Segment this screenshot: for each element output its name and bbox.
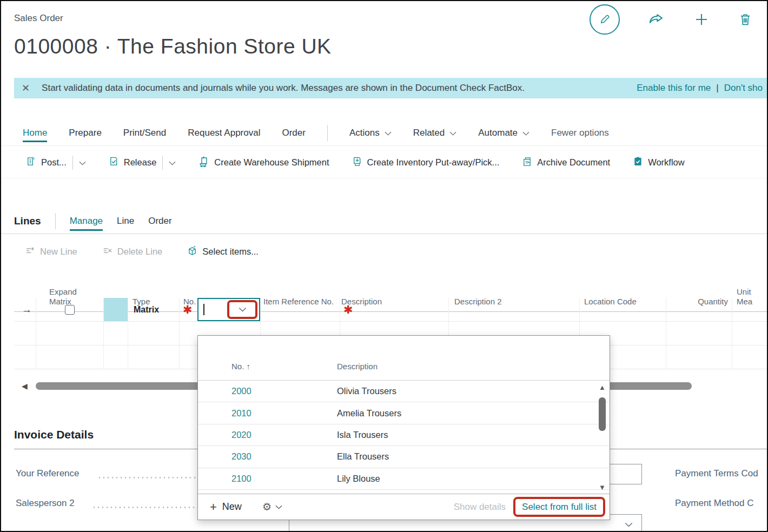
post-document-icon	[26, 156, 36, 169]
workflow-button[interactable]: Workflow	[633, 156, 685, 169]
delete-line-icon	[102, 246, 112, 257]
tabs-divider	[327, 125, 328, 141]
chevron-down-icon	[385, 131, 392, 136]
delete-line-button: Delete Line	[102, 246, 162, 257]
workflow-clipboard-icon	[633, 156, 643, 169]
your-reference-label: Your Reference	[16, 468, 80, 479]
item-lookup-dropdown: No. ↑ Description 2000Olivia Trousers 20…	[197, 335, 610, 520]
banner-close-icon[interactable]: ✕	[22, 82, 30, 94]
dropdown-new-button[interactable]: + New	[210, 500, 242, 514]
banner-enable-link[interactable]: Enable this for me	[637, 83, 711, 94]
menu-actions[interactable]: Actions	[349, 128, 392, 138]
select-from-full-list-highlight: Select from full list	[513, 497, 605, 517]
list-item[interactable]: 2010Amelia Trousers	[198, 402, 610, 424]
dropdown-col-description[interactable]: Description	[337, 362, 378, 371]
unit-cell[interactable]	[732, 298, 768, 322]
tab-request-approval[interactable]: Request Approval	[188, 128, 260, 138]
archive-document-button[interactable]: Archive Document	[522, 156, 610, 169]
new-line-button: New Line	[25, 246, 77, 257]
payment-method-code-label: Payment Method C	[675, 498, 754, 509]
menu-related[interactable]: Related	[413, 128, 457, 138]
notification-banner: ✕ Start validating data in documents and…	[14, 78, 768, 98]
line-actions-bar: New Line Delete Line Select items...	[1, 239, 768, 264]
list-item[interactable]: 2030Ella Trousers	[198, 446, 610, 468]
expand-matrix-cell	[36, 298, 104, 322]
list-item[interactable]: 2110Mia Bl	[198, 490, 610, 494]
payment-terms-code-label: Payment Terms Cod	[675, 468, 758, 479]
scroll-down-icon[interactable]: ▼	[599, 483, 606, 491]
description-cell[interactable]: ✱	[340, 298, 449, 322]
list-item[interactable]: 2000Olivia Trousers	[198, 381, 610, 402]
plus-icon: +	[210, 500, 217, 514]
no-field-input[interactable]	[197, 298, 260, 321]
lines-tab-manage[interactable]: Manage	[70, 216, 103, 231]
record-type-label: Sales Order	[14, 13, 63, 24]
dropdown-settings-button[interactable]: ⚙	[262, 501, 282, 513]
required-asterisk-icon: ✱	[343, 304, 353, 315]
row-marker-cell: →	[14, 298, 36, 322]
delete-trash-icon[interactable]	[738, 12, 753, 27]
select-items-button[interactable]: Select items...	[187, 245, 259, 258]
header-actions	[590, 4, 753, 35]
chevron-down-icon	[449, 131, 456, 136]
page-title: 0100008 · The Fashion Store UK	[14, 35, 332, 58]
no-field-dropdown-highlight	[227, 300, 257, 319]
warehouse-shipment-icon	[198, 156, 209, 169]
dropdown-footer: + New ⚙ Show details Select from full li…	[198, 494, 610, 520]
current-row-arrow-icon: →	[17, 304, 32, 316]
lines-tab-order[interactable]: Order	[148, 216, 171, 227]
lines-section-header: Lines Manage Line Order	[1, 209, 768, 233]
text-cursor	[203, 304, 204, 315]
create-warehouse-shipment-button[interactable]: Create Warehouse Shipment	[198, 156, 329, 169]
vertical-scrollbar-thumb[interactable]	[599, 397, 606, 431]
share-icon[interactable]	[648, 11, 665, 28]
tab-home[interactable]: Home	[23, 128, 47, 142]
command-bar: Post... Release Create Warehouse Shipmen…	[1, 147, 768, 178]
lines-tab-line[interactable]: Line	[117, 216, 134, 227]
list-item[interactable]: 2020Isla Trousers	[198, 424, 610, 446]
tab-print-send[interactable]: Print/Send	[123, 128, 166, 138]
chevron-down-icon[interactable]	[239, 307, 247, 312]
chevron-down-icon[interactable]	[79, 161, 86, 165]
banner-dismiss-link[interactable]: Don't sho	[724, 83, 763, 94]
chevron-down-icon[interactable]	[169, 161, 176, 165]
lines-title: Lines	[14, 215, 41, 227]
new-plus-icon[interactable]	[693, 11, 710, 28]
scroll-left-icon[interactable]: ◀	[22, 382, 28, 390]
salesperson-2-label: Salesperson 2	[16, 498, 75, 509]
chevron-down-icon	[275, 505, 282, 509]
no-cell: ✱	[180, 298, 261, 322]
banner-separator: |	[716, 83, 718, 94]
description-2-cell[interactable]	[449, 298, 580, 322]
type-cell[interactable]: Matrix	[128, 298, 180, 322]
dropdown-scrollbar: ▲ ▼	[598, 383, 607, 491]
inventory-pick-icon	[352, 156, 362, 169]
menu-automate[interactable]: Automate	[478, 128, 529, 138]
tab-prepare[interactable]: Prepare	[69, 128, 101, 138]
required-asterisk-icon: ✱	[183, 304, 193, 315]
new-line-icon	[25, 246, 35, 257]
dropdown-col-no[interactable]: No. ↑	[231, 362, 250, 371]
quantity-cell[interactable]	[666, 298, 732, 322]
item-reference-cell[interactable]	[261, 298, 340, 322]
release-check-icon	[109, 156, 119, 169]
post-button[interactable]: Post...	[26, 156, 86, 170]
list-item[interactable]: 2100Lily Blouse	[198, 468, 610, 490]
invoice-details-title: Invoice Details	[14, 428, 94, 441]
chevron-down-icon[interactable]	[625, 522, 633, 527]
highlight-cell	[104, 298, 128, 322]
tab-order[interactable]: Order	[282, 128, 305, 138]
select-from-full-list-link[interactable]: Select from full list	[522, 502, 597, 512]
scroll-up-icon[interactable]: ▲	[599, 383, 606, 391]
ribbon-tabs: Home Prepare Print/Send Request Approval…	[1, 120, 768, 146]
location-code-cell[interactable]	[580, 298, 666, 322]
create-inventory-putaway-button[interactable]: Create Inventory Put-away/Pick...	[352, 156, 500, 169]
fewer-options-button[interactable]: Fewer options	[551, 128, 609, 138]
sort-ascending-icon: ↑	[247, 362, 251, 371]
chevron-down-icon	[522, 131, 529, 136]
edit-pencil-icon[interactable]	[590, 4, 620, 35]
archive-box-icon	[522, 156, 532, 169]
release-button[interactable]: Release	[109, 156, 176, 170]
expand-matrix-checkbox[interactable]	[65, 305, 75, 315]
show-details-button: Show details	[454, 502, 506, 513]
